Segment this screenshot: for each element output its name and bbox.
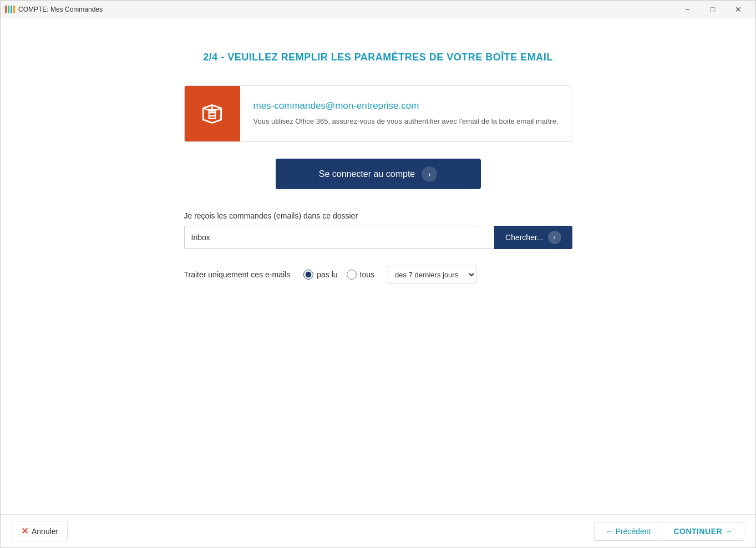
maximize-button[interactable]: □ bbox=[700, 1, 725, 18]
minimize-button[interactable]: − bbox=[674, 1, 700, 18]
email-address: mes-commandes@mon-entreprise.com bbox=[253, 100, 559, 111]
close-button[interactable]: ✕ bbox=[725, 1, 751, 18]
radio-tous-input[interactable] bbox=[347, 270, 357, 280]
footer: ✕ Annuler ← Précédent CONTINUER → bbox=[1, 514, 755, 547]
folder-input[interactable] bbox=[184, 226, 495, 249]
days-select[interactable]: des 7 derniers jours des 30 derniers jou… bbox=[388, 266, 476, 283]
svg-rect-4 bbox=[210, 116, 215, 118]
cancel-label: Annuler bbox=[32, 527, 58, 536]
titlebar: COMPTE: Mes Commandes − □ ✕ bbox=[1, 1, 755, 18]
email-description: Vous utilisez Office 365, assurez-vous d… bbox=[253, 116, 559, 127]
step-title: 2/4 - VEUILLEZ REMPLIR LES PARAMÈTRES DE… bbox=[203, 52, 553, 63]
svg-rect-3 bbox=[210, 113, 215, 115]
filter-group: Traiter uniquement ces e-mails pas lu to… bbox=[184, 266, 572, 283]
office365-icon bbox=[197, 99, 227, 129]
email-card: mes-commandes@mon-entreprise.com Vous ut… bbox=[184, 85, 572, 142]
radio-tous[interactable]: tous bbox=[347, 270, 374, 280]
radio-tous-label: tous bbox=[360, 270, 374, 279]
filter-label: Traiter uniquement ces e-mails bbox=[184, 270, 291, 279]
window-title: COMPTE: Mes Commandes bbox=[18, 6, 674, 13]
cancel-x-icon: ✕ bbox=[21, 526, 28, 536]
app-icon bbox=[5, 5, 14, 14]
chercher-button[interactable]: Chercher... › bbox=[494, 226, 572, 249]
chercher-label: Chercher... bbox=[505, 233, 543, 242]
footer-right: ← Précédent CONTINUER → bbox=[594, 522, 744, 541]
radio-pas-lu-input[interactable] bbox=[303, 270, 313, 280]
form-section: Je reçois les commandes (emails) dans ce… bbox=[184, 211, 572, 283]
prev-button[interactable]: ← Précédent bbox=[594, 522, 662, 541]
window-controls: − □ ✕ bbox=[674, 1, 751, 18]
connect-button-label: Se connecter au compte bbox=[319, 169, 415, 179]
connect-button[interactable]: Se connecter au compte › bbox=[276, 159, 481, 189]
continue-button[interactable]: CONTINUER → bbox=[662, 522, 744, 541]
radio-pas-lu-label: pas lu bbox=[317, 270, 337, 279]
folder-input-row: Chercher... › bbox=[184, 226, 572, 249]
email-card-info: mes-commandes@mon-entreprise.com Vous ut… bbox=[240, 89, 572, 138]
radio-pas-lu[interactable]: pas lu bbox=[303, 270, 337, 280]
cancel-button[interactable]: ✕ Annuler bbox=[12, 521, 68, 541]
main-content: 2/4 - VEUILLEZ REMPLIR LES PARAMÈTRES DE… bbox=[1, 18, 755, 514]
connect-arrow-icon: › bbox=[422, 166, 437, 182]
office-logo bbox=[185, 86, 240, 141]
chercher-arrow-icon: › bbox=[548, 231, 561, 244]
folder-label: Je reçois les commandes (emails) dans ce… bbox=[184, 211, 572, 220]
